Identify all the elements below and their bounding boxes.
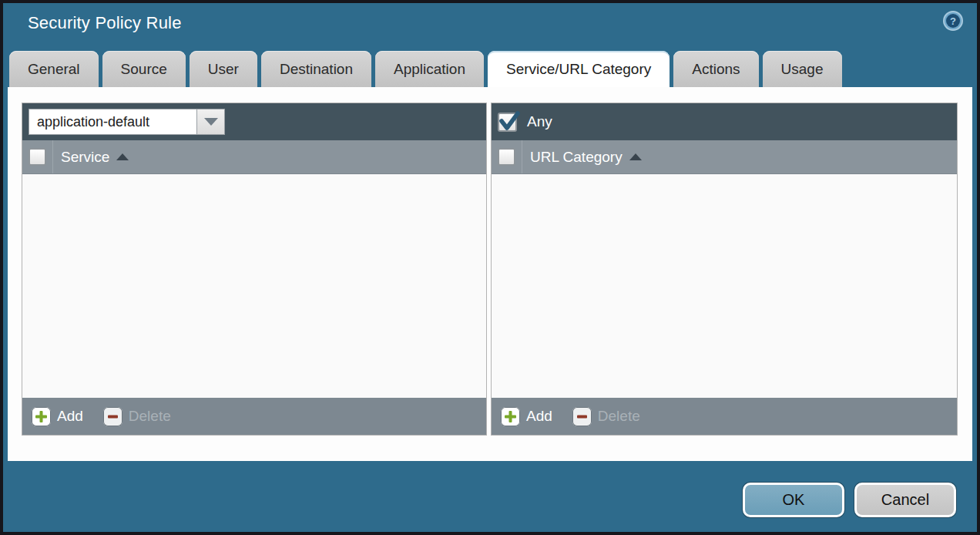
tab-actions[interactable]: Actions [673,51,758,87]
service-toolbar: application-default [22,103,486,140]
any-checkbox-label[interactable]: Any [527,113,552,130]
minus-icon [572,407,592,426]
url-category-column-label: URL Category [530,149,623,166]
service-select-all-checkbox[interactable] [29,148,46,166]
service-column-header[interactable]: Service [61,149,129,166]
url-category-list-area [492,174,957,398]
service-column-label: Service [61,149,109,166]
tab-user[interactable]: User [190,51,257,87]
dialog-body: application-default Service [8,87,972,461]
url-category-delete-button[interactable]: Delete [572,407,640,426]
dialog-actions: OK Cancel [743,483,956,517]
service-panel-footer: Add Delete [22,398,486,435]
service-type-dropdown[interactable]: application-default [29,109,225,135]
tab-application[interactable]: Application [375,51,484,87]
url-category-delete-label: Delete [598,408,640,425]
service-add-label: Add [57,408,83,425]
url-category-toolbar: Any [492,103,957,140]
url-category-add-button[interactable]: Add [501,407,552,426]
dialog-title: Security Policy Rule [28,13,182,33]
service-column-header-row: Service [22,140,486,174]
service-panel: application-default Service [22,103,487,436]
minus-icon [103,407,123,426]
url-category-column-header[interactable]: URL Category [530,149,642,166]
service-add-button[interactable]: Add [32,407,83,426]
service-select-all-cell [22,140,53,173]
svg-text:?: ? [950,15,956,27]
url-category-column-header-row: URL Category [492,140,957,174]
url-category-select-all-cell [492,140,522,173]
tab-general[interactable]: General [9,51,99,87]
service-type-dropdown-value[interactable]: application-default [29,109,196,135]
tab-destination[interactable]: Destination [261,51,371,87]
plus-icon [501,407,520,426]
url-category-panel-footer: Add Delete [492,398,957,435]
service-delete-label: Delete [129,408,171,425]
service-type-dropdown-button[interactable] [196,109,225,135]
tab-source[interactable]: Source [102,51,186,87]
any-checkbox[interactable] [498,113,517,132]
ok-button[interactable]: OK [743,483,844,517]
service-list-area [22,174,486,398]
plus-icon [32,407,51,426]
chevron-down-icon [204,118,218,126]
cancel-button[interactable]: Cancel [854,483,956,517]
tab-service-url-category[interactable]: Service/URL Category [488,51,670,87]
service-delete-button[interactable]: Delete [103,407,171,426]
url-category-select-all-checkbox[interactable] [498,148,515,166]
url-category-panel: Any URL Category [491,103,958,436]
tab-bar: General Source User Destination Applicat… [9,51,842,87]
help-icon[interactable]: ? [941,9,965,32]
tab-usage[interactable]: Usage [763,51,842,87]
sort-ascending-icon [116,153,129,160]
url-category-add-label: Add [526,408,552,425]
sort-ascending-icon [629,153,642,160]
security-policy-rule-dialog: Security Policy Rule ? General Source Us… [0,0,980,535]
